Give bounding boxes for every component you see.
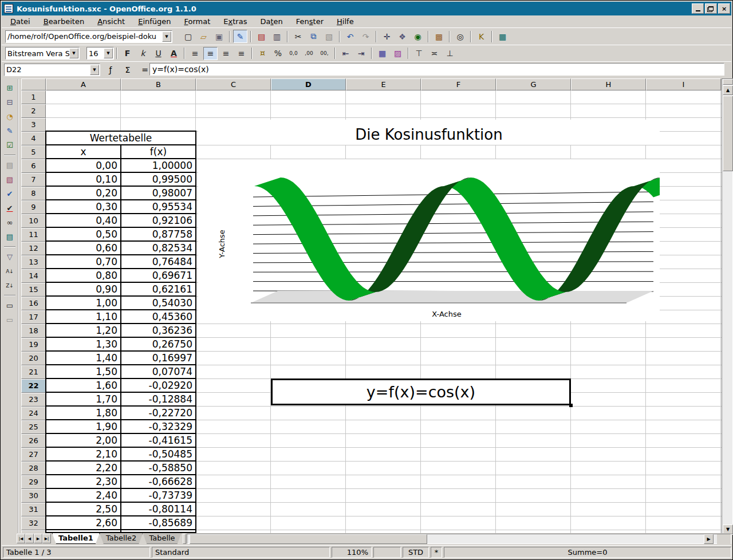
table-row[interactable]: 2,50-0,80114 [46, 503, 195, 516]
vscroll-thumb[interactable] [723, 96, 733, 171]
cell-x[interactable]: 0,10 [46, 173, 121, 186]
row-header-4[interactable]: 4 [21, 132, 46, 145]
table-row[interactable]: 1,90-0,32329 [46, 420, 195, 434]
cell-x[interactable]: 1,20 [46, 324, 121, 337]
table-row[interactable]: 2,30-0,66628 [46, 475, 195, 489]
cell-fx[interactable]: -0,85689 [121, 516, 195, 529]
row-header-22[interactable]: 22 [21, 379, 46, 393]
cell-x[interactable]: 0,00 [46, 159, 121, 172]
edit-file-icon[interactable]: ✎ [233, 30, 247, 43]
autospellcheck-icon[interactable]: ✔ [3, 202, 17, 215]
table-row[interactable]: 1,100,45360 [46, 310, 195, 324]
sheet-next-icon[interactable]: ▶ [34, 534, 42, 543]
table-row[interactable]: 1,300,26750 [46, 338, 195, 352]
center-vertically-icon[interactable]: ≍ [427, 47, 442, 60]
cell-x[interactable]: 1,60 [46, 379, 121, 392]
row-header-1[interactable]: 1 [21, 90, 46, 104]
row-header-23[interactable]: 23 [21, 393, 46, 407]
status-zoom-level[interactable]: 110% [332, 547, 372, 558]
chart-object[interactable]: Die KosinusfunktionX-AchseY-Achse [198, 120, 660, 321]
borders-icon[interactable]: ▦ [375, 47, 389, 60]
column-header-E[interactable]: E [346, 78, 421, 90]
new-document-icon[interactable]: ▢ [181, 30, 195, 43]
scroll-up-icon[interactable]: ▲ [723, 85, 733, 95]
column-header-G[interactable]: G [496, 78, 571, 90]
autoformat-icon[interactable]: ▤ [3, 159, 17, 172]
row-header-6[interactable]: 6 [21, 159, 46, 173]
cell-x[interactable]: 1,50 [46, 365, 121, 378]
row-header-20[interactable]: 20 [21, 352, 46, 365]
delete-decimal-icon[interactable]: 00, [317, 47, 332, 60]
textbox-resize-handle[interactable] [569, 404, 573, 407]
row-header-7[interactable]: 7 [21, 173, 46, 187]
cell-x[interactable]: 1,00 [46, 297, 121, 309]
print-icon[interactable]: ▥ [270, 30, 284, 43]
title-bar[interactable]: Kosunisfunktion.sxc - OpenOffice.org 1.1… [2, 2, 731, 15]
row-header-5[interactable]: 5 [21, 145, 46, 159]
column-header-C[interactable]: C [196, 78, 271, 90]
row-header-30[interactable]: 30 [21, 489, 46, 503]
cell-x[interactable]: 0,90 [46, 283, 121, 295]
cell-x[interactable]: 1,70 [46, 393, 121, 405]
table-row[interactable]: 1,200,36236 [46, 324, 195, 338]
cell-fx[interactable]: -0,66628 [121, 475, 195, 488]
row-header-25[interactable]: 25 [21, 420, 46, 434]
column-header-D[interactable]: D [271, 78, 346, 90]
select-all-corner[interactable] [21, 78, 46, 90]
cell-fx[interactable]: -0,32329 [121, 420, 195, 433]
menu-hilfe[interactable]: Hilfe [332, 15, 358, 27]
align-left-icon[interactable]: ≡ [188, 47, 202, 60]
align-right-icon[interactable]: ≡ [219, 47, 233, 60]
table-row[interactable]: 0,600,82534 [46, 242, 195, 255]
menu-daten[interactable]: Daten [255, 15, 287, 27]
undo-icon[interactable]: ↶ [343, 30, 357, 43]
table-row[interactable]: 2,60-0,85689 [46, 516, 195, 530]
close-button[interactable]: × [718, 3, 730, 14]
cell-x[interactable]: 2,40 [46, 489, 121, 502]
cell-fx[interactable]: 0,98007 [121, 187, 195, 199]
column-header-I[interactable]: I [646, 78, 721, 90]
cell-fx[interactable]: 0,36236 [121, 324, 195, 337]
row-header-31[interactable]: 31 [21, 503, 46, 516]
table-row[interactable]: 0,300,95534 [46, 200, 195, 214]
cut-icon[interactable]: ✂ [291, 30, 305, 43]
cell-x[interactable]: 2,60 [46, 516, 121, 529]
insert-cells-icon[interactable]: ⊟ [3, 96, 17, 109]
table-row[interactable]: 0,800,69671 [46, 269, 195, 283]
row-header-12[interactable]: 12 [21, 242, 46, 255]
sheet-tab-tabelle[interactable]: Tabelle [143, 533, 181, 544]
copy-icon[interactable]: ⧉ [306, 30, 321, 43]
minimize-button[interactable] [692, 3, 704, 14]
row-header-26[interactable]: 26 [21, 434, 46, 448]
percent-format-icon[interactable]: % [271, 47, 285, 60]
open-icon[interactable]: ▱ [196, 30, 211, 43]
datasources-icon[interactable]: ▤ [3, 230, 17, 243]
navigator-icon[interactable]: ✛ [380, 30, 394, 43]
hscroll-thumb[interactable] [190, 534, 427, 544]
cell-x[interactable]: 2,30 [46, 475, 121, 488]
row-header-15[interactable]: 15 [21, 283, 46, 297]
cell-fx[interactable]: -0,02920 [121, 379, 195, 392]
cell-fx[interactable]: 0,92106 [121, 214, 195, 227]
table-row[interactable]: 1,400,16997 [46, 352, 195, 365]
row-header-3[interactable]: 3 [21, 118, 46, 132]
split-handle[interactable] [723, 79, 733, 85]
row-header-17[interactable]: 17 [21, 310, 46, 324]
table-row[interactable]: 0,200,98007 [46, 187, 195, 200]
insert-chart-icon[interactable]: ◔ [3, 110, 17, 123]
ungroup-icon[interactable]: ▭ [3, 313, 17, 326]
table-row[interactable]: 2,20-0,58850 [46, 462, 195, 475]
scroll-right-icon[interactable]: ▶ [704, 534, 714, 544]
table-row[interactable]: 1,70-0,12884 [46, 393, 195, 407]
align-bottom-icon[interactable]: ⊥ [443, 47, 457, 60]
cell-x[interactable]: 2,00 [46, 434, 121, 447]
row-header-9[interactable]: 9 [21, 200, 46, 214]
menu-ansicht[interactable]: Ansicht [93, 15, 129, 27]
document-url-combo[interactable]: /home/rolf/OpenOffice.org/beispiel-doku … [5, 30, 172, 43]
tab-splitter[interactable] [183, 534, 186, 544]
sheet-first-icon[interactable]: |◀ [17, 534, 25, 543]
cell-fx[interactable]: 0,82534 [121, 242, 195, 254]
increase-indent-icon[interactable]: ⇥ [354, 47, 368, 60]
row-header-10[interactable]: 10 [21, 214, 46, 228]
row-header-2[interactable]: 2 [21, 104, 46, 118]
